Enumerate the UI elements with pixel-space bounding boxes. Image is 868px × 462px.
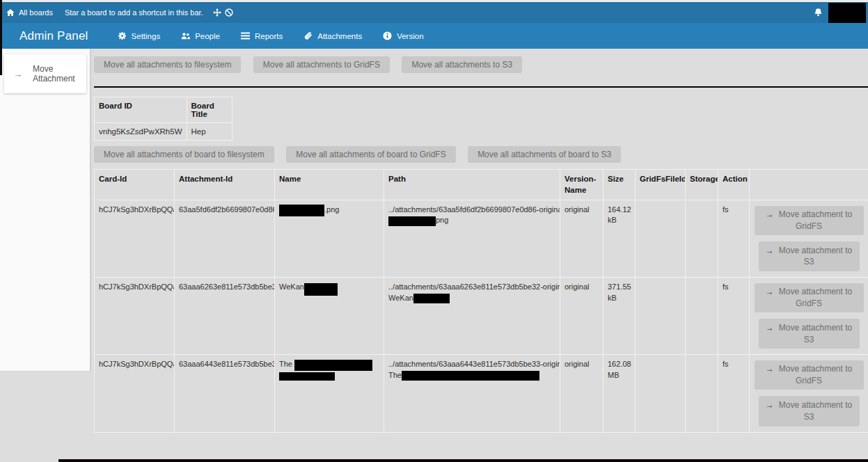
global-buttons-row: Move all attachments to filesystem Move … <box>94 56 868 73</box>
table-row: hCJ7kSg3hDXrBpQQa 63aa5fd6df2b6699807e0d… <box>95 200 868 278</box>
cell-action: fs <box>718 200 750 278</box>
move-attachment-to-s3-button[interactable]: Move attachment to S3 <box>759 319 860 349</box>
move-attachment-to-s3-button[interactable]: Move attachment to S3 <box>759 241 860 272</box>
tab-attachments[interactable]: Attachments <box>303 31 362 40</box>
move-all-to-gridfs-button[interactable]: Move all attachments to GridFS <box>253 56 390 73</box>
tab-version-label: Version <box>397 32 423 40</box>
tab-attachments-label: Attachments <box>317 32 362 40</box>
people-icon <box>181 31 190 40</box>
cell-gridfsfileid <box>636 278 686 355</box>
all-boards-label: All boards <box>19 8 53 17</box>
tab-settings[interactable]: Settings <box>118 31 161 40</box>
table-row: vnhg5KsZsdPwXRh5W Hep <box>95 123 232 141</box>
move-attachment-to-gridfs-button[interactable]: Move attachment to GridFS <box>755 206 864 235</box>
cell-version-name: original <box>560 200 603 278</box>
col-header-gridfsfileid: GridFsFileId <box>636 170 686 200</box>
tab-version[interactable]: Version <box>383 31 423 40</box>
cell-name: WeKan <box>275 278 384 355</box>
divider <box>94 86 868 88</box>
board-table: Board ID Board Title vnhg5KsZsdPwXRh5W H… <box>94 97 232 141</box>
attachments-header-row: Card-Id Attachment-Id Name Path Version-… <box>95 170 868 200</box>
arrow-right-icon <box>766 287 774 296</box>
tab-settings-label: Settings <box>132 32 161 40</box>
arrow-right-icon <box>766 364 774 374</box>
attachments-table: Card-Id Attachment-Id Name Path Version-… <box>94 169 868 433</box>
arrow-right-icon <box>766 400 774 410</box>
col-header-name: Name <box>275 170 384 200</box>
arrow-right-icon <box>766 323 774 333</box>
redacted-text <box>304 283 338 296</box>
gear-icon <box>118 31 127 40</box>
redacted-text <box>402 371 539 381</box>
tab-reports[interactable]: Reports <box>241 31 283 40</box>
cell-gridfsfileid <box>636 355 686 432</box>
top-bar: All boards Star a board to add a shortcu… <box>0 2 868 23</box>
cell-gridfsfileid <box>636 200 686 278</box>
cell-size: 164.12 kB <box>603 200 636 278</box>
tab-reports-label: Reports <box>255 32 283 40</box>
redacted-text <box>388 216 436 226</box>
cell-board-title: Hep <box>187 123 232 141</box>
cell-action-buttons: Move attachment to GridFS Move attachmen… <box>750 200 868 278</box>
move-all-to-s3-button[interactable]: Move all attachments to S3 <box>402 56 522 73</box>
redacted-text <box>279 372 335 381</box>
main-panel: Move all attachments to filesystem Move … <box>90 49 868 433</box>
admin-header: Admin Panel Settings People Reports Atta… <box>0 23 868 49</box>
sidebar: Move Attachment <box>0 49 90 371</box>
col-header-board-title: Board Title <box>187 97 232 123</box>
col-header-buttons <box>750 170 868 200</box>
table-row: hCJ7kSg3hDXrBpQQa 63aaa6263e811e573db5be… <box>95 278 868 355</box>
arrow-right-icon <box>13 69 22 79</box>
cell-size: 371.55 kB <box>603 278 636 355</box>
cell-storage <box>686 355 718 432</box>
content-area: Move Attachment Move all attachments to … <box>0 49 868 433</box>
sidebar-item-label: Move Attachment <box>33 64 82 83</box>
move-board-to-filesystem-button[interactable]: Move all attachments of board to filesys… <box>94 146 274 163</box>
cell-size: 162.08 MB <box>603 355 636 432</box>
col-header-action: Action <box>718 170 750 200</box>
ban-icon[interactable] <box>225 8 233 17</box>
admin-tabs: Settings People Reports Attachments Vers… <box>118 31 424 40</box>
cell-path: ../attachments/63aa5fd6df2b6699807e0d86-… <box>384 200 560 278</box>
cell-action: fs <box>718 355 750 432</box>
move-all-to-filesystem-button[interactable]: Move all attachments to filesystem <box>94 56 241 73</box>
cell-storage <box>686 200 718 278</box>
info-icon <box>383 31 392 40</box>
left-edge-artifact <box>0 0 2 75</box>
move-attachment-to-gridfs-button[interactable]: Move attachment to GridFS <box>755 283 864 312</box>
cell-version-name: original <box>560 355 603 432</box>
move-attachment-to-gridfs-button[interactable]: Move attachment to GridFS <box>755 360 864 390</box>
tab-people[interactable]: People <box>181 31 220 40</box>
board-buttons-row: Move all attachments of board to filesys… <box>94 146 868 163</box>
redacted-text <box>413 294 450 303</box>
sidebar-item-move-attachment[interactable]: Move Attachment <box>4 54 86 93</box>
cell-card-id: hCJ7kSg3hDXrBpQQa <box>95 278 175 355</box>
cell-version-name: original <box>560 278 603 355</box>
shortcut-hint-text: Star a board to add a shortcut in this b… <box>65 8 203 17</box>
bottom-window-edge <box>58 459 868 462</box>
page-title: Admin Panel <box>19 29 88 43</box>
redacted-user-area <box>828 3 866 23</box>
notifications-bell-icon[interactable] <box>814 8 823 17</box>
col-header-size: Size <box>603 170 636 200</box>
cell-action-buttons: Move attachment to GridFS Move attachmen… <box>750 355 868 432</box>
cell-action: fs <box>718 278 750 355</box>
cell-attachment-id: 63aa5fd6df2b6699807e0d86 <box>175 200 275 278</box>
arrow-right-icon <box>766 246 774 255</box>
home-icon <box>6 8 15 17</box>
cell-name: The <box>275 355 384 432</box>
col-header-card-id: Card-Id <box>95 170 175 200</box>
redacted-text <box>294 360 372 371</box>
move-attachment-to-s3-button[interactable]: Move attachment to S3 <box>759 396 860 427</box>
cell-storage <box>686 278 718 355</box>
shortcut-hint: Star a board to add a shortcut in this b… <box>65 8 233 17</box>
all-boards-link[interactable]: All boards <box>6 8 53 17</box>
cell-card-id: hCJ7kSg3hDXrBpQQa <box>95 200 175 278</box>
move-cross-icon[interactable] <box>213 8 221 17</box>
col-header-storage: Storage <box>686 170 718 200</box>
paperclip-icon <box>303 31 313 40</box>
move-board-to-s3-button[interactable]: Move all attachments of board to S3 <box>468 146 621 163</box>
list-icon <box>241 31 250 40</box>
cell-attachment-id: 63aaa6263e811e573db5be32 <box>175 278 275 355</box>
move-board-to-gridfs-button[interactable]: Move all attachments of board to GridFS <box>286 146 455 163</box>
